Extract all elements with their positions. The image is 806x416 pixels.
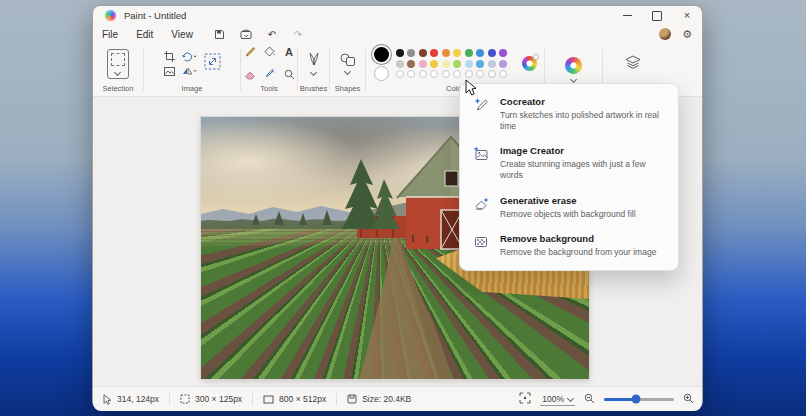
color-swatch[interactable] [430,49,438,57]
menu-item-remove-background[interactable]: Remove background Remove the background … [460,226,678,265]
zoom-level-dropdown[interactable]: 100% [540,393,575,406]
window-title: Paint - Untitled [124,10,186,21]
menu-item-cocreator[interactable]: Cocreator Turn sketches into polished ar… [460,89,678,138]
copilot-button[interactable] [565,57,582,82]
menu-file[interactable]: File [93,27,127,42]
minimize-button[interactable] [612,6,642,25]
redo-button[interactable]: ↷ [290,29,306,40]
pointer-icon [103,394,112,405]
color-swatch[interactable] [396,49,404,57]
brushes-button[interactable] [308,52,320,75]
color-swatch[interactable] [488,60,496,68]
color-swatch-empty[interactable] [453,70,461,78]
menu-item-title: Image Creator [500,145,665,156]
selection-tool-button[interactable] [107,49,129,79]
pencil-icon [244,46,255,57]
maximize-button[interactable] [642,6,672,25]
resize-icon [204,53,221,70]
color-swatch[interactable] [476,49,484,57]
color-swatch[interactable] [396,60,404,68]
color-swatch[interactable] [465,60,473,68]
color-swatch[interactable] [430,60,438,68]
color-swatch[interactable] [419,60,427,68]
menu-view[interactable]: View [162,27,202,42]
menu-item-title: Remove background [500,233,656,244]
menu-item-image-creator[interactable]: Image Creator Create stunning images wit… [460,138,678,187]
color-swatch-empty[interactable] [442,70,450,78]
crop-icon [164,51,175,62]
image-group-label: Image [182,84,203,96]
color-swatch[interactable] [407,49,415,57]
eraser-tool-button[interactable] [244,66,256,84]
text-tool-button[interactable]: A [285,46,293,58]
pencil-tool-button[interactable] [244,43,255,61]
menu-item-description: Create stunning images with just a few w… [500,159,665,180]
tools-group-label: Tools [260,84,278,96]
shapes-button[interactable] [340,53,355,74]
color-swatch[interactable] [499,49,507,57]
fit-to-screen-button[interactable] [519,392,531,406]
zoom-in-button[interactable] [683,393,694,406]
paint-window: Paint - Untitled × File Edit View ↶ ↷ ⚙ [92,5,703,409]
canvas-size-value: 800 × 512px [279,394,326,404]
thumbnail-button[interactable] [164,67,175,76]
color-swatch[interactable] [465,49,473,57]
fill-bucket-icon [264,46,276,57]
save-button[interactable] [212,29,228,40]
color-swatch-empty[interactable] [488,70,496,78]
account-avatar[interactable] [659,28,671,40]
color-swatch[interactable] [453,49,461,57]
color-swatch[interactable] [499,60,507,68]
color-swatch-empty[interactable] [419,70,427,78]
color-swatch-empty[interactable] [430,70,438,78]
shapes-group: Shapes [330,43,365,96]
color-swatch[interactable] [419,49,427,57]
undo-button[interactable]: ↶ [264,29,280,40]
color-swatch[interactable] [442,49,450,57]
secondary-color-swatch[interactable] [374,66,389,81]
layers-button[interactable] [625,55,641,74]
color-swatch[interactable] [476,60,484,68]
flip-button[interactable] [182,66,197,76]
color-swatch[interactable] [488,49,496,57]
close-icon: × [684,10,690,21]
menu-edit[interactable]: Edit [127,27,162,42]
rotate-button[interactable] [182,51,197,62]
selection-group-label: Selection [103,84,134,96]
edit-colors-button[interactable] [522,56,537,71]
color-swatch[interactable] [453,60,461,68]
cursor-position-field: 314, 124px [93,394,169,405]
titlebar: Paint - Untitled × [93,6,702,25]
menu-item-generative-erase[interactable]: Generative erase Remove objects with bac… [460,188,678,227]
zoom-in-icon [683,393,694,404]
primary-color-swatch[interactable] [374,47,389,62]
save-icon [214,29,225,40]
color-swatch[interactable] [407,60,415,68]
eyedropper-tool-button[interactable] [264,66,275,84]
selection-size-field: 300 × 125px [170,394,252,404]
zoom-out-button[interactable] [584,393,595,406]
color-palette-grid [396,49,515,78]
color-swatch-empty[interactable] [476,70,484,78]
brushes-group-label: Brushes [300,84,328,96]
copilot-dropdown-chevron-icon[interactable] [570,76,577,83]
fill-tool-button[interactable] [264,43,276,61]
rotate-icon [182,51,197,62]
zoom-slider[interactable] [604,398,674,401]
resize-button[interactable] [204,53,221,74]
brush-icon [308,52,320,67]
settings-gear-icon[interactable]: ⚙ [682,28,692,41]
layers-icon [625,55,641,70]
zoom-slider-thumb[interactable] [631,395,640,404]
tools-group: A Tools [241,43,297,96]
chevron-down-icon [567,395,574,402]
color-swatch-empty[interactable] [499,70,507,78]
color-swatch[interactable] [442,60,450,68]
crop-button[interactable] [164,51,175,62]
color-swatch-empty[interactable] [396,70,404,78]
share-button[interactable] [238,29,254,40]
color-swatch-empty[interactable] [465,70,473,78]
color-swatch-empty[interactable] [407,70,415,78]
close-button[interactable]: × [672,6,702,25]
magnifier-tool-button[interactable] [284,66,295,84]
